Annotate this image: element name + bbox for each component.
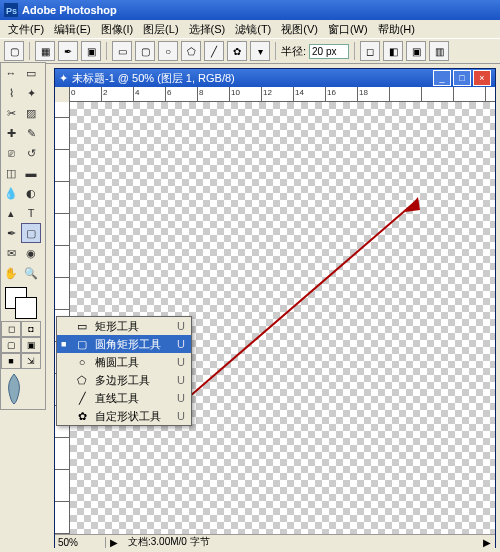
svg-text:Ps: Ps <box>6 6 17 16</box>
ruler-tick: 4 <box>135 88 139 97</box>
tool-preset-icon[interactable]: ▢ <box>4 41 24 61</box>
combine-intersect-icon[interactable]: ▣ <box>406 41 426 61</box>
shape-icon: ▭ <box>75 319 89 333</box>
tool-marquee[interactable]: ▭ <box>21 63 41 83</box>
maximize-button[interactable]: □ <box>453 70 471 86</box>
flyout-item-0[interactable]: ▭矩形工具U <box>57 317 191 335</box>
tool-eyedropper[interactable]: ◉ <box>21 243 41 263</box>
tool-zoom[interactable]: 🔍 <box>21 263 41 283</box>
flyout-item-2[interactable]: ○椭圆工具U <box>57 353 191 371</box>
tool-type[interactable]: T <box>21 203 41 223</box>
menu-window[interactable]: 窗口(W) <box>324 21 372 38</box>
standard-mode-icon[interactable]: ◻ <box>1 321 21 337</box>
quickmask-mode-icon[interactable]: ◘ <box>21 321 41 337</box>
tool-lasso[interactable]: ⌇ <box>1 83 21 103</box>
flyout-item-5[interactable]: ✿自定形状工具U <box>57 407 191 425</box>
tool-blur[interactable]: 💧 <box>1 183 21 203</box>
tool-pen[interactable]: ✒ <box>1 223 21 243</box>
ruler-tick: 0 <box>71 88 75 97</box>
tool-crop[interactable]: ✂ <box>1 103 21 123</box>
flyout-label: 自定形状工具 <box>95 409 161 424</box>
menu-layer[interactable]: 图层(L) <box>139 21 182 38</box>
shape-layers-icon[interactable]: ▦ <box>35 41 55 61</box>
shape-icon: ⬠ <box>75 373 89 387</box>
close-button[interactable]: × <box>473 70 491 86</box>
tool-shape[interactable]: ▢ <box>21 223 41 243</box>
menubar: 文件(F) 编辑(E) 图像(I) 图层(L) 选择(S) 滤镜(T) 视图(V… <box>0 20 500 38</box>
zoom-level[interactable]: 50% <box>55 537 106 548</box>
screen-full-icon[interactable]: ■ <box>1 353 21 369</box>
shape-tool-flyout: ▭矩形工具U■▢圆角矩形工具U○椭圆工具U⬠多边形工具U╱直线工具U✿自定形状工… <box>56 316 192 426</box>
status-bar: 50% ▶ 文档:3.00M/0 字节 ▶ <box>55 534 495 549</box>
document-titlebar[interactable]: ✦ 未标题-1 @ 50% (图层 1, RGB/8) _ □ × <box>55 69 495 87</box>
ruler-tick: 16 <box>327 88 336 97</box>
tool-notes[interactable]: ✉ <box>1 243 21 263</box>
menu-help[interactable]: 帮助(H) <box>374 21 419 38</box>
tool-slice[interactable]: ▨ <box>21 103 41 123</box>
tool-wand[interactable]: ✦ <box>21 83 41 103</box>
screen-full-menu-icon[interactable]: ▣ <box>21 337 41 353</box>
combine-subtract-icon[interactable]: ◧ <box>383 41 403 61</box>
app-icon: Ps <box>4 3 18 17</box>
flyout-label: 直线工具 <box>95 391 161 406</box>
menu-file[interactable]: 文件(F) <box>4 21 48 38</box>
fill-pixels-icon[interactable]: ▣ <box>81 41 101 61</box>
custom-shape-icon[interactable]: ✿ <box>227 41 247 61</box>
flyout-shortcut: U <box>177 320 185 332</box>
flyout-item-4[interactable]: ╱直线工具U <box>57 389 191 407</box>
feather-icon <box>1 369 45 409</box>
tool-stamp[interactable]: ⎚ <box>1 143 21 163</box>
annotation-arrow <box>160 192 430 422</box>
flyout-shortcut: U <box>177 410 185 422</box>
menu-image[interactable]: 图像(I) <box>97 21 137 38</box>
flyout-shortcut: U <box>177 338 185 350</box>
tool-path-select[interactable]: ▴ <box>1 203 21 223</box>
flyout-shortcut: U <box>177 392 185 404</box>
tool-brush[interactable]: ✎ <box>21 123 41 143</box>
check-icon: ■ <box>61 339 69 349</box>
line-icon[interactable]: ╱ <box>204 41 224 61</box>
menu-filter[interactable]: 滤镜(T) <box>231 21 275 38</box>
shape-icon: ▢ <box>75 337 89 351</box>
radius-input[interactable] <box>309 44 349 59</box>
document-window: ✦ 未标题-1 @ 50% (图层 1, RGB/8) _ □ × 024681… <box>54 68 496 548</box>
tool-healing[interactable]: ✚ <box>1 123 21 143</box>
flyout-item-3[interactable]: ⬠多边形工具U <box>57 371 191 389</box>
status-info: 文档:3.00M/0 字节 <box>122 535 479 549</box>
combine-exclude-icon[interactable]: ▥ <box>429 41 449 61</box>
geometry-options-icon[interactable]: ▾ <box>250 41 270 61</box>
paths-icon[interactable]: ✒ <box>58 41 78 61</box>
ellipse-icon[interactable]: ○ <box>158 41 178 61</box>
rounded-rect-icon[interactable]: ▢ <box>135 41 155 61</box>
menu-edit[interactable]: 编辑(E) <box>50 21 95 38</box>
combine-add-icon[interactable]: ◻ <box>360 41 380 61</box>
radius-label: 半径: <box>281 44 306 59</box>
ruler-tick: 10 <box>231 88 240 97</box>
menu-view[interactable]: 视图(V) <box>277 21 322 38</box>
minimize-button[interactable]: _ <box>433 70 451 86</box>
flyout-label: 矩形工具 <box>95 319 161 334</box>
status-arrow-icon[interactable]: ▶ <box>106 537 122 548</box>
menu-select[interactable]: 选择(S) <box>185 21 230 38</box>
flyout-item-1[interactable]: ■▢圆角矩形工具U <box>57 335 191 353</box>
tool-eraser[interactable]: ◫ <box>1 163 21 183</box>
app-title: Adobe Photoshop <box>22 4 117 16</box>
shape-icon: ╱ <box>75 391 89 405</box>
color-swatches[interactable] <box>1 285 43 321</box>
ruler-horizontal[interactable]: 024681012141618 <box>69 87 495 102</box>
document-title: 未标题-1 @ 50% (图层 1, RGB/8) <box>72 71 235 86</box>
status-menu-icon[interactable]: ▶ <box>479 537 495 548</box>
tool-dodge[interactable]: ◐ <box>21 183 41 203</box>
toolbox: ↔▭⌇✦✂▨✚✎⎚↺◫▬💧◐▴T✒▢✉◉✋🔍◻◘▢▣■⇲ <box>0 62 46 410</box>
polygon-icon[interactable]: ⬠ <box>181 41 201 61</box>
tool-move[interactable]: ↔ <box>1 63 21 83</box>
shape-icon: ○ <box>75 355 89 369</box>
jump-to-icon[interactable]: ⇲ <box>21 353 41 369</box>
rect-icon[interactable]: ▭ <box>112 41 132 61</box>
background-color[interactable] <box>15 297 37 319</box>
document-icon: ✦ <box>59 72 68 85</box>
tool-history-brush[interactable]: ↺ <box>21 143 41 163</box>
screen-std-icon[interactable]: ▢ <box>1 337 21 353</box>
tool-gradient[interactable]: ▬ <box>21 163 41 183</box>
tool-hand[interactable]: ✋ <box>1 263 21 283</box>
